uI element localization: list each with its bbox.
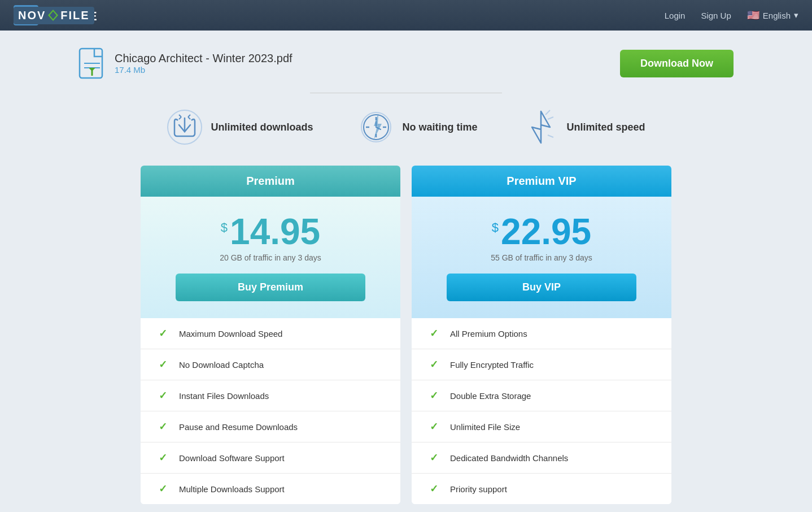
premium-traffic: 20 GB of traffic in any 3 days bbox=[152, 253, 389, 262]
features-row: Unlimited downloads No waiting time bbox=[78, 109, 734, 145]
list-item: ✓ Unlimited File Size bbox=[412, 411, 671, 442]
svg-line-16 bbox=[188, 117, 190, 119]
svg-line-17 bbox=[188, 115, 190, 117]
feature-no-waiting: No waiting time bbox=[358, 109, 477, 145]
check-icon: ✓ bbox=[159, 483, 170, 495]
check-icon: ✓ bbox=[159, 389, 170, 402]
feature-text: All Premium Options bbox=[450, 329, 527, 339]
header-nav: Login Sign Up 🇺🇸 English ▾ bbox=[665, 9, 798, 21]
list-item: ✓ Instant Files Downloads bbox=[141, 380, 400, 411]
check-icon: ✓ bbox=[430, 389, 441, 402]
feature-text: Instant Files Downloads bbox=[179, 391, 269, 401]
check-icon: ✓ bbox=[430, 358, 441, 371]
svg-line-15 bbox=[179, 115, 181, 117]
check-icon: ✓ bbox=[159, 420, 170, 433]
no-waiting-icon bbox=[358, 109, 394, 145]
svg-marker-26 bbox=[374, 114, 382, 140]
feature-unlimited-downloads: Unlimited downloads bbox=[167, 109, 313, 145]
logo-arrow-icon bbox=[48, 10, 58, 21]
list-item: ✓ No Download Captcha bbox=[141, 349, 400, 380]
section-divider bbox=[310, 93, 502, 93]
premium-price-value: 14.95 bbox=[230, 214, 320, 250]
file-icon bbox=[78, 47, 106, 79]
unlimited-downloads-label: Unlimited downloads bbox=[211, 122, 313, 133]
login-link[interactable]: Login bbox=[665, 11, 686, 20]
premium-price-amount: $ 14.95 bbox=[152, 214, 389, 250]
feature-text: Download Software Support bbox=[179, 453, 285, 463]
svg-line-14 bbox=[179, 117, 181, 119]
vip-card: Premium VIP $ 22.95 55 GB of traffic in … bbox=[412, 166, 671, 504]
feature-text: Unlimited File Size bbox=[450, 422, 520, 432]
vip-price-amount: $ 22.95 bbox=[423, 214, 660, 250]
no-waiting-label: No waiting time bbox=[402, 122, 477, 133]
premium-body: $ 14.95 20 GB of traffic in any 3 days B… bbox=[141, 197, 400, 318]
vip-features-list: ✓ All Premium Options ✓ Fully Encrypted … bbox=[412, 318, 671, 504]
feature-text: Maximum Download Speed bbox=[179, 329, 282, 339]
list-item: ✓ Fully Encrypted Traffic bbox=[412, 349, 671, 380]
buy-premium-button[interactable]: Buy Premium bbox=[176, 274, 365, 301]
download-now-button[interactable]: Download Now bbox=[620, 50, 734, 77]
logo-container: NOV FILE bbox=[14, 0, 94, 31]
file-info-row: Chicago Architect - Winter 2023.pdf 17.4… bbox=[78, 47, 734, 79]
file-name: Chicago Architect - Winter 2023.pdf bbox=[115, 52, 293, 65]
vip-traffic: 55 GB of traffic in any 3 days bbox=[423, 253, 660, 262]
svg-marker-27 bbox=[532, 111, 550, 143]
file-details: Chicago Architect - Winter 2023.pdf 17.4… bbox=[115, 52, 293, 75]
logo-text: NOV bbox=[18, 9, 46, 22]
list-item: ✓ Priority support bbox=[412, 474, 671, 504]
check-icon: ✓ bbox=[430, 420, 441, 433]
feature-text: Pause and Resume Downloads bbox=[179, 422, 298, 432]
list-item: ✓ Download Software Support bbox=[141, 442, 400, 474]
list-item: ✓ All Premium Options bbox=[412, 318, 671, 349]
file-size: 17.4 Mb bbox=[115, 65, 293, 75]
feature-text: Double Extra Storage bbox=[450, 391, 531, 401]
pricing-row: Premium $ 14.95 20 GB of traffic in any … bbox=[78, 166, 734, 504]
buy-vip-button[interactable]: Buy VIP bbox=[447, 274, 636, 301]
premium-dollar: $ bbox=[221, 220, 228, 235]
vip-price-value: 22.95 bbox=[501, 214, 591, 250]
feature-text: No Download Captcha bbox=[179, 360, 264, 370]
premium-card: Premium $ 14.95 20 GB of traffic in any … bbox=[141, 166, 400, 504]
header: N OV FILE NOV FILE Login Sign Up 🇺🇸 Engl… bbox=[0, 0, 812, 31]
check-icon: ✓ bbox=[159, 358, 170, 371]
check-icon: ✓ bbox=[430, 483, 441, 495]
feature-text: Multiple Downloads Support bbox=[179, 484, 285, 494]
list-item: ✓ Pause and Resume Downloads bbox=[141, 411, 400, 442]
language-label: English bbox=[763, 11, 791, 20]
vip-dollar: $ bbox=[492, 220, 499, 235]
unlimited-speed-icon bbox=[523, 109, 559, 145]
feature-text: Fully Encrypted Traffic bbox=[450, 360, 534, 370]
language-selector[interactable]: 🇺🇸 English ▾ bbox=[747, 9, 798, 21]
feature-text: Priority support bbox=[450, 484, 507, 494]
unlimited-speed-label: Unlimited speed bbox=[567, 122, 645, 133]
main-content: Chicago Architect - Winter 2023.pdf 17.4… bbox=[67, 31, 745, 512]
flag-icon: 🇺🇸 bbox=[747, 9, 759, 21]
list-item: ✓ Multiple Downloads Support bbox=[141, 474, 400, 504]
vip-header: Premium VIP bbox=[412, 166, 671, 197]
signup-link[interactable]: Sign Up bbox=[701, 11, 731, 20]
vip-body: $ 22.95 55 GB of traffic in any 3 days B… bbox=[412, 197, 671, 318]
file-info-left: Chicago Architect - Winter 2023.pdf 17.4… bbox=[78, 47, 293, 79]
check-icon: ✓ bbox=[159, 452, 170, 464]
list-item: ✓ Dedicated Bandwidth Channels bbox=[412, 442, 671, 474]
chevron-down-icon: ▾ bbox=[794, 10, 798, 20]
check-icon: ✓ bbox=[430, 452, 441, 464]
check-icon: ✓ bbox=[430, 327, 441, 340]
feature-unlimited-speed: Unlimited speed bbox=[523, 109, 645, 145]
list-item: ✓ Double Extra Storage bbox=[412, 380, 671, 411]
feature-text: Dedicated Bandwidth Channels bbox=[450, 453, 568, 463]
logo-text2: FILE bbox=[60, 9, 89, 22]
premium-features-list: ✓ Maximum Download Speed ✓ No Download C… bbox=[141, 318, 400, 504]
unlimited-downloads-icon bbox=[167, 109, 203, 145]
list-item: ✓ Maximum Download Speed bbox=[141, 318, 400, 349]
check-icon: ✓ bbox=[159, 327, 170, 340]
logo-box: NOV FILE bbox=[14, 7, 94, 24]
premium-header: Premium bbox=[141, 166, 400, 197]
